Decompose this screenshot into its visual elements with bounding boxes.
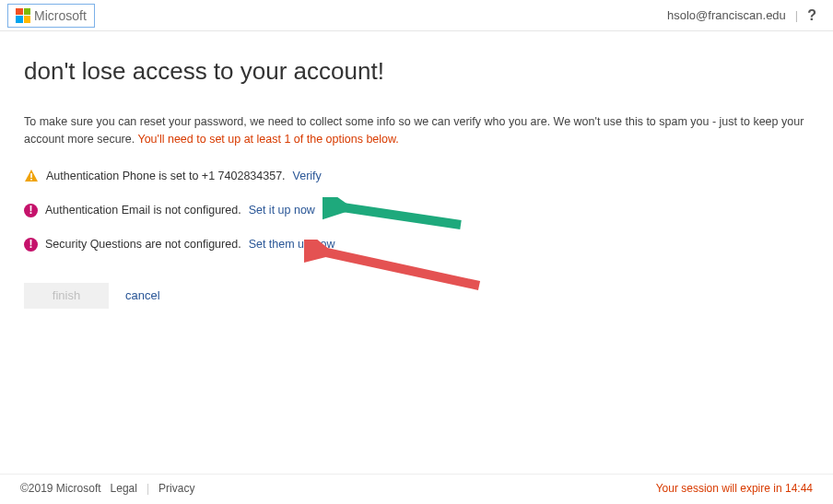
svg-rect-1	[30, 179, 32, 181]
main-content: don't lose access to your account! To ma…	[0, 31, 833, 309]
option-email-text: Authentication Email is not configured.	[45, 204, 241, 217]
page-title: don't lose access to your account!	[24, 57, 809, 86]
session-time: 14:44	[785, 482, 813, 495]
option-questions: ! Security Questions are not configured.…	[24, 238, 809, 252]
alert-circle-icon: !	[24, 238, 38, 252]
svg-rect-0	[30, 173, 32, 178]
separator: |	[795, 8, 798, 22]
brand-logo-box: Microsoft	[7, 4, 95, 28]
help-icon[interactable]: ?	[807, 7, 816, 24]
copyright-text: ©2019 Microsoft	[20, 482, 101, 495]
header-right: hsolo@franciscan.edu | ?	[667, 7, 816, 24]
setup-questions-link[interactable]: Set them up now	[249, 238, 335, 251]
option-email: ! Authentication Email is not configured…	[24, 204, 809, 217]
session-prefix: Your session will expire in	[656, 482, 785, 495]
verify-phone-link[interactable]: Verify	[293, 170, 322, 182]
separator: |	[147, 482, 149, 495]
intro-warning: You'll need to set up at least 1 of the …	[137, 133, 398, 146]
option-phone: Authentication Phone is set to +1 740283…	[24, 169, 809, 183]
cancel-link[interactable]: cancel	[125, 288, 160, 302]
action-row: finish cancel	[24, 283, 809, 309]
footer-bar: ©2019 Microsoft Legal | Privacy Your ses…	[0, 474, 833, 504]
legal-link[interactable]: Legal	[111, 482, 137, 495]
brand-name: Microsoft	[34, 8, 87, 23]
privacy-link[interactable]: Privacy	[158, 482, 194, 495]
user-email: hsolo@franciscan.edu	[667, 8, 786, 22]
option-questions-text: Security Questions are not configured.	[45, 238, 241, 251]
option-phone-text: Authentication Phone is set to +1 740283…	[46, 170, 286, 182]
finish-button[interactable]: finish	[24, 283, 109, 309]
session-expiry: Your session will expire in 14:44	[656, 482, 813, 495]
header-bar: Microsoft hsolo@franciscan.edu | ?	[0, 0, 833, 31]
footer-left: ©2019 Microsoft Legal | Privacy	[20, 482, 194, 495]
warning-triangle-icon	[24, 169, 39, 183]
microsoft-logo-icon	[16, 8, 30, 23]
intro-text: To make sure you can reset your password…	[24, 113, 809, 148]
alert-circle-icon: !	[24, 204, 38, 217]
setup-email-link[interactable]: Set it up now	[249, 204, 315, 217]
